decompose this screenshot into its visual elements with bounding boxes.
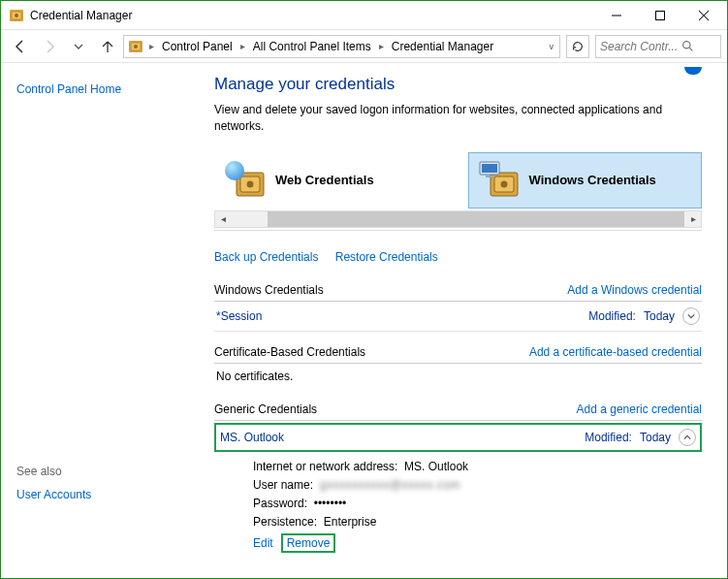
backup-link[interactable]: Back up Credentials (214, 250, 318, 264)
section-title: Certificate-Based Credentials (214, 345, 365, 359)
svg-rect-4 (655, 11, 664, 19)
section-title: Windows Credentials (214, 283, 324, 297)
horizontal-scrollbar[interactable]: ◂ ▸ (214, 210, 702, 228)
section-title: Generic Credentials (214, 402, 317, 416)
address-label: Internet or network address: (253, 460, 397, 473)
see-also-label: See also (16, 465, 189, 478)
scroll-track[interactable] (232, 211, 684, 227)
remove-link[interactable]: Remove (281, 533, 336, 553)
password-value: •••••••• (314, 497, 347, 510)
web-credentials-label: Web Credentials (275, 173, 374, 187)
windows-credentials-tab[interactable]: Windows Credentials (468, 152, 703, 209)
credential-entry-outlook[interactable]: MS. Outlook Modified: Today (214, 423, 702, 452)
up-button[interactable] (94, 33, 121, 60)
minimize-button[interactable] (594, 1, 638, 30)
modified-label: Modified: (585, 431, 632, 444)
accent-arc (684, 67, 702, 75)
recent-dropdown[interactable] (65, 33, 92, 60)
svg-rect-16 (482, 164, 497, 173)
scroll-right-icon[interactable]: ▸ (685, 213, 701, 224)
username-value: gxxxxxxxxxx@xxxxx.com (320, 478, 460, 492)
title-bar: Credential Manager (1, 1, 727, 30)
svg-point-14 (247, 180, 254, 187)
persistence-value: Enterprise (324, 515, 377, 529)
entry-name: MS. Outlook (220, 431, 284, 444)
add-windows-credential-link[interactable]: Add a Windows credential (567, 283, 702, 297)
refresh-button[interactable] (566, 35, 589, 58)
sidebar-home-link[interactable]: Control Panel Home (16, 82, 189, 96)
svg-line-11 (689, 48, 692, 50)
svg-point-20 (500, 180, 507, 187)
windows-credentials-label: Windows Credentials (529, 173, 656, 187)
web-credentials-icon (225, 161, 266, 200)
search-icon (681, 40, 694, 52)
add-certificate-credential-link[interactable]: Add a certificate-based credential (529, 345, 702, 359)
web-credentials-tab[interactable]: Web Credentials (214, 152, 449, 209)
chevron-right-icon[interactable]: ▸ (147, 41, 156, 51)
windows-credentials-icon (479, 161, 520, 200)
breadcrumb-control-panel[interactable]: Control Panel (158, 38, 237, 55)
generic-credentials-section-header: Generic Credentials Add a generic creden… (214, 399, 702, 421)
password-label: Password: (253, 497, 307, 510)
nav-bar: ▸ Control Panel ▸ All Control Panel Item… (1, 30, 727, 63)
page-heading: Manage your credentials (214, 75, 702, 94)
search-input[interactable] (600, 40, 678, 53)
windows-credentials-section-header: Windows Credentials Add a Windows creden… (214, 279, 702, 302)
window-title: Credential Manager (30, 9, 594, 22)
breadcrumb-all-items[interactable]: All Control Panel Items (249, 38, 375, 55)
page-subtext: View and delete your saved logon informa… (214, 102, 680, 135)
svg-point-2 (15, 14, 18, 17)
credential-entry-session[interactable]: *Session Modified: Today (214, 302, 702, 332)
certificate-credentials-section-header: Certificate-Based Credentials Add a cert… (214, 341, 702, 364)
collapse-button[interactable] (679, 429, 696, 446)
chevron-right-icon[interactable]: ▸ (377, 41, 386, 51)
edit-link[interactable]: Edit (253, 536, 273, 550)
address-value: MS. Outlook (404, 460, 468, 473)
category-row: Web Credentials Windows Credentials (214, 152, 702, 209)
svg-point-9 (134, 45, 138, 48)
address-bar[interactable]: ▸ Control Panel ▸ All Control Panel Item… (123, 35, 560, 58)
app-icon (9, 8, 24, 23)
modified-label: Modified: (588, 309, 636, 323)
credential-details: Internet or network address: MS. Outlook… (214, 452, 702, 557)
restore-link[interactable]: Restore Credentials (335, 250, 438, 264)
address-dropdown-icon[interactable]: v (546, 42, 558, 51)
sidebar-user-accounts-link[interactable]: User Accounts (16, 488, 189, 501)
modified-value: Today (644, 309, 675, 323)
main-panel: Manage your credentials View and delete … (205, 63, 727, 578)
persistence-label: Persistence: (253, 515, 317, 529)
svg-rect-17 (486, 176, 493, 177)
location-icon (128, 39, 143, 54)
search-box[interactable] (595, 35, 721, 58)
expand-button[interactable] (682, 307, 700, 325)
forward-button[interactable] (36, 33, 63, 60)
close-button[interactable] (681, 1, 725, 30)
modified-value: Today (640, 431, 671, 444)
no-certificates-text: No certificates. (214, 364, 702, 389)
chevron-right-icon[interactable]: ▸ (238, 41, 247, 51)
svg-point-10 (683, 42, 690, 48)
sidebar: Control Panel Home See also User Account… (1, 63, 205, 578)
breadcrumb-credential-manager[interactable]: Credential Manager (388, 38, 497, 55)
maximize-button[interactable] (638, 1, 681, 30)
entry-name: *Session (216, 309, 262, 323)
credential-actions: Back up Credentials Restore Credentials (214, 250, 702, 264)
username-label: User name: (253, 478, 313, 492)
back-button[interactable] (7, 33, 34, 60)
add-generic-credential-link[interactable]: Add a generic credential (577, 402, 702, 416)
scroll-left-icon[interactable]: ◂ (215, 213, 231, 224)
